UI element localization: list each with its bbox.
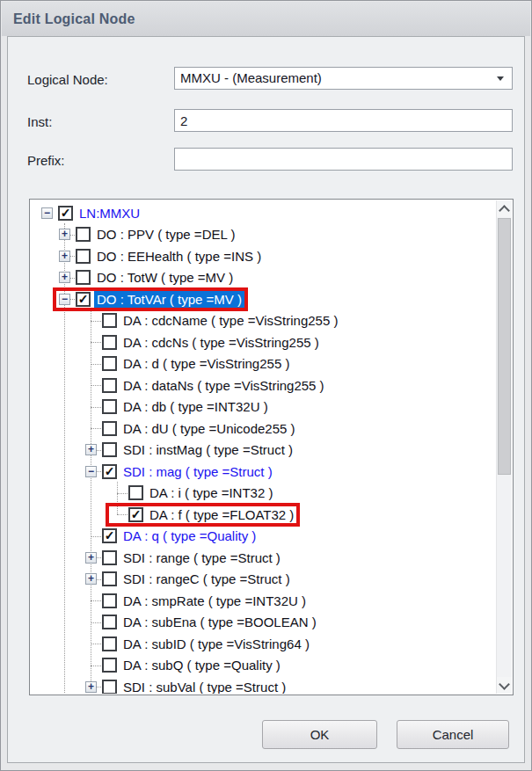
unchecked-checkbox[interactable] — [102, 356, 117, 371]
tree-item-label[interactable]: DA : subEna ( type =BOOLEAN ) — [120, 614, 319, 630]
scroll-up-button[interactable] — [497, 200, 512, 217]
checked-checkbox[interactable]: ✓ — [102, 464, 117, 479]
tree-connector — [85, 315, 97, 326]
tree-item-label[interactable]: DA : f ( type =FLOAT32 ) — [147, 506, 296, 523]
checked-checkbox[interactable]: ✓ — [76, 292, 91, 307]
tree-item-label[interactable]: SDI : mag ( type =Struct ) — [120, 463, 275, 480]
unchecked-checkbox[interactable] — [102, 658, 117, 673]
tree-item-label[interactable]: DA : i ( type =INT32 ) — [147, 484, 275, 501]
tree-item-label[interactable]: DA : cdcName ( type =VisString255 ) — [120, 312, 340, 329]
ok-button[interactable]: OK — [262, 720, 377, 749]
cancel-button[interactable]: Cancel — [397, 720, 509, 749]
tree-row: DA : dataNs ( type =VisString255 ) — [31, 375, 496, 396]
node-tree: −✓LN:MMXU+DO : PPV ( type =DEL )+DO : EE… — [29, 199, 514, 695]
tree-item-label[interactable]: DA : smpRate ( type =INT32U ) — [120, 593, 309, 609]
edit-logical-node-dialog: Edit Logical Node Logical Node: MMXU - (… — [0, 0, 532, 771]
tree-item-label[interactable]: SDI : instMag ( type =Struct ) — [120, 441, 295, 458]
tree-row: −✓LN:MMXU — [31, 202, 496, 224]
tree-row: DA : i ( type =INT32 ) — [31, 483, 496, 505]
tree-item-label[interactable]: DA : d ( type =VisString255 ) — [120, 355, 292, 372]
inst-label: Inst: — [27, 114, 52, 129]
expand-icon[interactable]: + — [85, 444, 97, 455]
tree-row: DA : cdcName ( type =VisString255 ) — [31, 310, 496, 332]
unchecked-checkbox[interactable] — [102, 571, 117, 586]
unchecked-checkbox[interactable] — [102, 399, 117, 414]
prefix-input[interactable] — [174, 148, 513, 171]
checked-checkbox[interactable]: ✓ — [128, 507, 143, 522]
expand-icon[interactable]: + — [59, 251, 70, 262]
tree-item-label[interactable]: DO : EEHealth ( type =INS ) — [94, 248, 264, 265]
unchecked-checkbox[interactable] — [102, 442, 117, 457]
tree-row: DA : subQ ( type =Quality ) — [31, 655, 496, 677]
unchecked-checkbox[interactable] — [102, 593, 117, 608]
expand-icon[interactable]: + — [85, 552, 97, 564]
checked-checkbox[interactable]: ✓ — [102, 528, 117, 543]
tree-item-label[interactable]: SDI : rangeC ( type =Struct ) — [120, 571, 293, 587]
tree-connector — [85, 530, 97, 542]
tree-item-label[interactable]: DO : PPV ( type =DEL ) — [94, 226, 237, 243]
scroll-down-button[interactable] — [497, 677, 512, 694]
tree-row: −✓DO : TotVAr ( type =MV ) — [31, 288, 496, 310]
tree-item-label[interactable]: SDI : range ( type =Struct ) — [120, 549, 283, 566]
tree-connector — [112, 487, 123, 498]
tree-item-label[interactable]: DO : TotW ( type =MV ) — [94, 269, 236, 286]
unchecked-checkbox[interactable] — [102, 550, 117, 565]
expand-icon[interactable]: + — [59, 229, 70, 240]
chevron-down-icon[interactable] — [497, 76, 504, 81]
unchecked-checkbox[interactable] — [102, 421, 117, 436]
collapse-icon[interactable]: − — [85, 466, 97, 477]
tree-connector — [85, 659, 97, 671]
tree-item-label[interactable]: DA : cdcNs ( type =VisString255 ) — [120, 334, 322, 351]
tree-connector — [85, 380, 97, 391]
dialog-titlebar: Edit Logical Node — [2, 2, 530, 36]
tree-row: −✓SDI : mag ( type =Struct ) — [31, 461, 496, 483]
tree-row: DA : cdcNs ( type =VisString255 ) — [31, 331, 496, 353]
inst-input[interactable] — [174, 109, 513, 132]
unchecked-checkbox[interactable] — [76, 249, 91, 264]
tree-scrollbar[interactable] — [496, 200, 512, 694]
tree-item-label[interactable]: DA : q ( type =Quality ) — [120, 527, 259, 544]
logical-node-dropdown[interactable]: MMXU - (Measurement) — [174, 67, 513, 90]
expand-icon[interactable]: + — [59, 272, 70, 283]
tree-row: DA : smpRate ( type =INT32U ) — [31, 590, 496, 612]
tree-connector — [85, 595, 97, 607]
tree-row: +SDI : range ( type =Struct ) — [31, 547, 496, 569]
unchecked-checkbox[interactable] — [76, 270, 91, 285]
unchecked-checkbox[interactable] — [102, 680, 117, 694]
logical-node-label: Logical Node: — [27, 72, 108, 87]
tree-connector — [85, 616, 97, 628]
unchecked-checkbox[interactable] — [102, 313, 117, 328]
collapse-icon[interactable]: − — [59, 294, 70, 305]
unchecked-checkbox[interactable] — [76, 227, 91, 242]
unchecked-checkbox[interactable] — [128, 485, 143, 500]
expand-icon[interactable]: + — [85, 573, 97, 585]
tree-item-label[interactable]: DA : subID ( type =VisString64 ) — [120, 636, 312, 652]
unchecked-checkbox[interactable] — [102, 335, 117, 350]
unchecked-checkbox[interactable] — [102, 636, 117, 651]
unchecked-checkbox[interactable] — [102, 615, 117, 629]
tree-item-label[interactable]: LN:MMXU — [77, 205, 142, 222]
tree-item-label[interactable]: DA : subQ ( type =Quality ) — [120, 657, 283, 673]
chevron-up-icon — [499, 205, 510, 216]
expand-icon[interactable]: + — [85, 681, 97, 693]
tree-item-label[interactable]: DA : db ( type =INT32U ) — [120, 398, 271, 415]
tree-item-label[interactable]: DA : dataNs ( type =VisString255 ) — [120, 377, 327, 394]
unchecked-checkbox[interactable] — [102, 378, 117, 393]
tree-item-label[interactable]: DA : dU ( type =Unicode255 ) — [120, 420, 298, 437]
tree-connector — [85, 337, 97, 348]
prefix-label: Prefix: — [27, 153, 65, 168]
scrollbar-thumb[interactable] — [498, 218, 511, 475]
tree-item-label[interactable]: DO : TotVAr ( type =MV ) — [94, 291, 244, 308]
dialog-title: Edit Logical Node — [2, 2, 530, 27]
tree-item-label[interactable]: SDI : subVal ( type =Struct ) — [120, 679, 288, 694]
tree-row: +DO : EEHealth ( type =INS ) — [31, 245, 496, 267]
tree-connector — [85, 401, 97, 412]
tree-row: ✓DA : f ( type =FLOAT32 ) — [31, 504, 496, 526]
tree-row: DA : db ( type =INT32U ) — [31, 396, 496, 418]
tree-row: DA : d ( type =VisString255 ) — [31, 353, 496, 375]
checked-checkbox[interactable]: ✓ — [58, 206, 73, 221]
collapse-icon[interactable]: − — [41, 207, 53, 219]
tree-connector — [85, 638, 97, 650]
tree-row: +SDI : instMag ( type =Struct ) — [31, 440, 496, 462]
tree-connector — [85, 358, 97, 369]
